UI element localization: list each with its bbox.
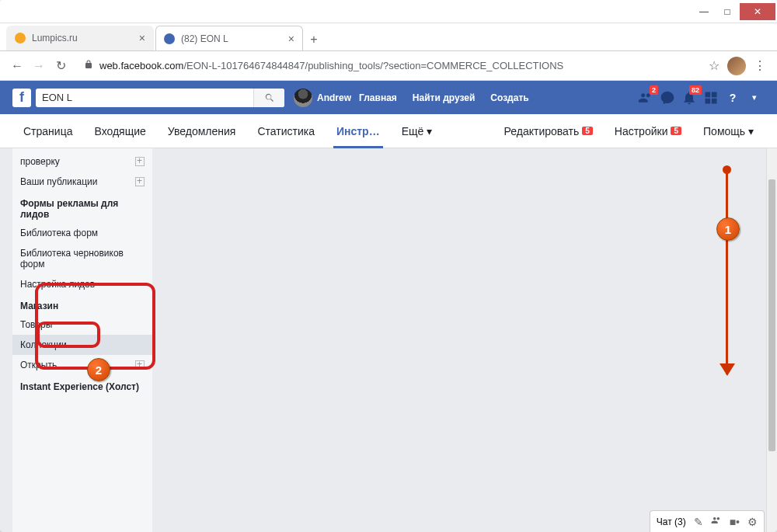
sidebar-heading-instant-experience: Instant Experience (Холст): [12, 375, 152, 395]
tab-title: (82) EON L: [181, 33, 284, 44]
help-icon[interactable]: ?: [723, 88, 743, 108]
group-icon[interactable]: [711, 515, 722, 528]
settings-button[interactable]: Настройки5: [604, 114, 692, 148]
account-menu-icon[interactable]: ▾: [744, 88, 765, 108]
badge: 82: [689, 85, 702, 95]
search-button[interactable]: [253, 89, 284, 107]
url-field[interactable]: web.facebook.com/EON-L-101764674844847/p…: [76, 55, 699, 77]
browser-menu-icon[interactable]: ⋮: [754, 58, 766, 73]
url-host: web.facebook.com: [99, 60, 183, 71]
sidebar-item-your-posts[interactable]: Ваши публикации: [12, 172, 152, 192]
sidebar-item-forms-library[interactable]: Библиотека форм: [12, 223, 152, 243]
forward-button[interactable]: →: [28, 55, 50, 77]
label: проверку: [20, 156, 60, 167]
profile-picture-icon: [294, 89, 312, 107]
browser-tabstrip: Lumpics.ru × (82) EON L × +: [0, 23, 777, 51]
help-menu[interactable]: Помощь ▾: [692, 114, 765, 148]
sidebar-item-leads-setup[interactable]: Настройка лидов: [12, 274, 152, 294]
facebook-logo-icon[interactable]: f: [12, 89, 31, 107]
sidebar-item-products[interactable]: Товары: [12, 315, 152, 335]
profile-name: Andrew: [317, 92, 351, 103]
gear-icon[interactable]: ⚙: [747, 516, 758, 528]
annotation-arrow: [726, 169, 728, 374]
plus-icon: [135, 177, 145, 186]
reload-button[interactable]: ↻: [50, 55, 71, 77]
label: Настройки: [615, 125, 668, 137]
quick-help-icon[interactable]: [701, 88, 721, 108]
label: Редактировать: [504, 125, 580, 137]
favicon-facebook-icon: [164, 33, 175, 44]
notifications-icon[interactable]: 82: [679, 88, 699, 108]
nav-home[interactable]: Главная: [351, 89, 405, 107]
compose-icon[interactable]: ✎: [694, 516, 703, 528]
plus-icon: [135, 157, 145, 166]
scrollbar-thumb[interactable]: [768, 179, 775, 451]
page-content: f EON L Andrew Главная Найти друзей Созд…: [0, 81, 777, 532]
annotation-callout-2: 2: [87, 358, 110, 381]
publishing-sidebar: проверку Ваши публикации Формы рекламы д…: [12, 148, 152, 532]
nav-create[interactable]: Создать: [483, 89, 536, 107]
tab-page[interactable]: Страница: [12, 114, 83, 148]
sidebar-heading-shop: Магазин: [12, 294, 152, 315]
badge: 5: [582, 127, 593, 135]
search-input[interactable]: EON L: [36, 89, 284, 107]
video-icon[interactable]: ■•: [730, 516, 740, 528]
tab-insights[interactable]: Статистика: [246, 114, 326, 148]
plus-icon: [135, 360, 145, 370]
address-bar: ← → ↻ web.facebook.com/EON-L-10176467484…: [0, 51, 777, 81]
label: Открыть: [20, 360, 57, 370]
window-minimize-button[interactable]: —: [693, 3, 715, 20]
search-value: EON L: [42, 92, 72, 103]
tab-publishing-tools[interactable]: Инстр…: [326, 114, 391, 148]
nav-find-friends[interactable]: Найти друзей: [405, 89, 483, 107]
content-area: проверку Ваши публикации Формы рекламы д…: [0, 148, 777, 532]
sidebar-item-review[interactable]: проверку: [12, 151, 152, 172]
window-maximize-button[interactable]: □: [716, 3, 738, 20]
favicon-lumpics-icon: [15, 33, 26, 43]
chat-dock[interactable]: Чат (3) ✎ ■• ⚙: [650, 510, 765, 532]
lock-icon: [84, 60, 93, 71]
window-close-button[interactable]: ✕: [740, 3, 775, 20]
annotation-callout-1: 1: [716, 217, 740, 241]
tab-title: Lumpics.ru: [32, 33, 134, 43]
sidebar-item-open[interactable]: Открыть: [12, 355, 152, 375]
messages-icon[interactable]: [657, 88, 678, 108]
badge: 5: [671, 127, 681, 135]
profile-link[interactable]: Andrew: [294, 89, 351, 107]
profile-avatar-icon[interactable]: [727, 57, 746, 75]
facebook-header: f EON L Andrew Главная Найти друзей Созд…: [0, 81, 777, 114]
browser-tab-facebook[interactable]: (82) EON L ×: [155, 26, 303, 50]
chat-label: Чат (3): [657, 516, 686, 527]
tab-close-icon[interactable]: ×: [139, 32, 145, 44]
scrollbar[interactable]: [766, 148, 777, 532]
page-tabbar: Страница Входящие Уведомления Статистика…: [0, 114, 777, 148]
tab-notifications[interactable]: Уведомления: [157, 114, 247, 148]
window-titlebar: — □ ✕: [0, 0, 777, 23]
tab-inbox[interactable]: Входящие: [83, 114, 156, 148]
tab-more[interactable]: Ещё ▾: [391, 114, 444, 148]
new-tab-button[interactable]: +: [303, 29, 325, 50]
browser-tab-lumpics[interactable]: Lumpics.ru ×: [6, 26, 154, 50]
sidebar-heading-lead-forms: Формы рекламы для лидов: [12, 192, 152, 223]
url-path: /EON-L-101764674844847/publishing_tools/…: [183, 60, 563, 71]
sidebar-item-collections[interactable]: Коллекции: [12, 335, 152, 355]
bookmark-star-icon[interactable]: ☆: [709, 58, 720, 73]
tab-close-icon[interactable]: ×: [288, 33, 294, 45]
sidebar-item-draft-forms[interactable]: Библиотека черновиков форм: [12, 243, 152, 274]
friend-requests-icon[interactable]: 2: [636, 88, 656, 108]
label: Ваши публикации: [20, 176, 97, 187]
search-icon: [264, 92, 275, 103]
back-button[interactable]: ←: [6, 55, 28, 77]
edit-page-button[interactable]: Редактировать5: [493, 114, 604, 148]
main-panel: [152, 148, 766, 532]
